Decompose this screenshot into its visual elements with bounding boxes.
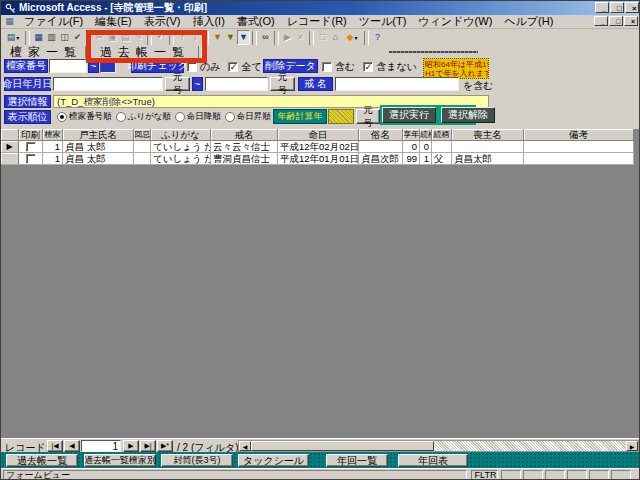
data-cell[interactable] [134, 141, 151, 153]
print-row-checkbox[interactable] [26, 154, 36, 164]
data-cell[interactable] [524, 153, 634, 165]
row-selector[interactable] [1, 153, 19, 165]
report-button-nenkai-list[interactable]: 年回一覧 [326, 454, 388, 467]
age-calc-year-input[interactable] [328, 109, 354, 124]
delete-data-include-checkbox[interactable] [322, 62, 332, 72]
data-cell[interactable]: 1 [420, 153, 432, 165]
data-cell[interactable]: 貞昌 太郎 [63, 141, 134, 153]
gengo-age-button[interactable]: 元号 [356, 109, 380, 124]
data-cell[interactable]: ていしょう たろう [151, 141, 211, 153]
window-maximize-button[interactable]: □ [610, 2, 624, 13]
report-button-envelope-cho3[interactable]: 封筒(長3号) [161, 454, 233, 467]
report-button-kakocho-list[interactable]: 過去帳一覧 [6, 454, 78, 467]
menu-records[interactable]: レコード(R) [281, 14, 353, 29]
new-object-icon[interactable]: ◆▾ [342, 30, 362, 45]
delete-data-exclude-checkbox[interactable]: ✓ [363, 62, 373, 72]
danka-number-from-input[interactable] [49, 59, 87, 73]
data-cell[interactable]: ていしょう たろう [151, 153, 211, 165]
horizontal-scrollbar[interactable]: ◀ ▶ [238, 440, 639, 452]
select-execute-button[interactable]: 選択実行 [382, 107, 436, 123]
print-check-all-checkbox[interactable]: ✓ [228, 62, 238, 72]
status-filter-indicator: FLTR [471, 470, 498, 480]
data-cell[interactable]: 父 [432, 153, 452, 165]
table-header-row: 印刷檀家戸主氏名回忌ふりがな戒名命日俗名享年続柄続柄喪主名備考 [1, 129, 634, 141]
data-cell[interactable]: 99 [403, 153, 420, 165]
gengo-from-button[interactable]: 元号 [165, 77, 190, 91]
menu-insert[interactable]: 挿入(I) [186, 14, 230, 29]
spelling-icon[interactable]: ✔ [71, 30, 84, 45]
scrollbar-thumb[interactable] [251, 441, 434, 451]
report-button-tack-seal[interactable]: タックシール [238, 454, 309, 467]
data-cell[interactable]: 云々云々信士 [211, 141, 278, 153]
menu-view[interactable]: 表示(V) [138, 14, 187, 29]
find-icon[interactable]: ∞ [259, 30, 272, 45]
record-new-button[interactable]: ▶* [157, 440, 173, 452]
data-cell[interactable]: 貞昌太郎 [452, 153, 524, 165]
window-close-button[interactable]: × [625, 2, 639, 13]
form-window-minimize-button[interactable]: _ [594, 16, 608, 26]
form-window-close-button[interactable]: × [624, 16, 638, 26]
properties-icon: □ [316, 30, 329, 45]
record-first-button[interactable]: |◀ [47, 440, 63, 452]
data-cell[interactable]: 平成12年02月02日 [278, 141, 359, 153]
data-cell[interactable] [524, 141, 634, 153]
column-header: 戸主氏名 [63, 129, 134, 141]
data-cell[interactable]: 平成12年01月01日 [278, 153, 359, 165]
menu-edit[interactable]: 編集(E) [89, 14, 138, 29]
window-title: Microsoft Access - [寺院管理一覧・印刷] [19, 1, 207, 15]
form-window-maximize-button[interactable]: □ [609, 16, 623, 26]
menu-bar: ▦ ファイル(F)編集(E)表示(V)挿入(I)書式(O)レコード(R)ツール(… [1, 15, 640, 29]
data-cell[interactable]: 1 [43, 141, 63, 153]
report-button-kakocho-list-by-danka[interactable]: 過去帳一覧檀家別 [84, 454, 156, 467]
menu-window[interactable]: ウィンドウ(W) [412, 14, 498, 29]
database-window-icon[interactable]: ⌂ [329, 30, 342, 45]
tab-danka-list[interactable]: 檀家一覧 [9, 47, 83, 58]
menu-tools[interactable]: ツール(T) [353, 14, 413, 29]
record-last-button[interactable]: ▶| [140, 440, 156, 452]
help-icon[interactable]: ? [371, 30, 384, 45]
data-cell[interactable] [359, 141, 403, 153]
record-prev-button[interactable]: ◀ [64, 440, 80, 452]
toolbar-separator [252, 31, 257, 45]
data-cell[interactable]: 貞昌次郎 [359, 153, 403, 165]
meinichi-from-input[interactable] [53, 77, 163, 91]
record-number-input[interactable] [81, 440, 121, 452]
row-selector[interactable]: ▶ [1, 141, 19, 153]
sort-option-danka-number-order-label: 檀家番号順 [69, 111, 112, 123]
filter-by-selection-icon[interactable]: ▼ [211, 30, 224, 45]
data-cell[interactable] [452, 141, 524, 153]
record-navigator: レコード: |◀◀▶▶|▶* / 2 (フィルタ) ◀ ▶ [1, 438, 640, 453]
scroll-left-arrow-icon[interactable]: ◀ [239, 441, 251, 451]
sort-option-meinichi-asc-radio[interactable] [225, 112, 235, 122]
menu-help[interactable]: ヘルプ(H) [498, 14, 559, 29]
window-minimize-button[interactable]: _ [595, 2, 609, 13]
data-cell[interactable]: 曹洞貞昌信士 [211, 153, 278, 165]
menu-file[interactable]: ファイル(F) [18, 14, 89, 29]
scroll-right-arrow-icon[interactable]: ▶ [626, 441, 638, 451]
data-cell[interactable]: 貞昌 太郎 [63, 153, 134, 165]
select-clear-button[interactable]: 選択解除 [441, 107, 495, 123]
sort-option-danka-number-order-radio[interactable] [57, 112, 67, 122]
gengo-to-button[interactable]: 元号 [270, 77, 295, 91]
menu-format[interactable]: 書式(O) [231, 14, 281, 29]
data-cell[interactable]: 0 [403, 141, 420, 153]
view-form-icon[interactable]: ▤▾ [3, 30, 23, 45]
apply-filter-icon[interactable]: ▼ [237, 30, 250, 45]
print-check-only-checkbox[interactable] [187, 62, 197, 72]
sort-option-furigana-order-radio[interactable] [116, 112, 126, 122]
delete-data-include-label: 含む [335, 60, 355, 74]
filter-by-form-icon[interactable]: ▼ [224, 30, 237, 45]
meinichi-to-input[interactable] [205, 77, 268, 91]
print-icon[interactable]: ▥ [45, 30, 58, 45]
print-preview-icon[interactable]: ◫ [58, 30, 71, 45]
kaimyo-input[interactable] [335, 77, 459, 91]
data-cell[interactable] [134, 153, 151, 165]
data-cell[interactable]: 1 [43, 153, 63, 165]
save-icon[interactable]: ▦ [32, 30, 45, 45]
record-next-button[interactable]: ▶ [123, 440, 139, 452]
data-cell[interactable] [432, 141, 452, 153]
sort-option-meinichi-desc-radio[interactable] [175, 112, 185, 122]
report-button-nenkai-table[interactable]: 年回表 [398, 454, 468, 467]
data-cell[interactable]: 0 [420, 141, 432, 153]
print-row-checkbox[interactable] [26, 142, 36, 152]
